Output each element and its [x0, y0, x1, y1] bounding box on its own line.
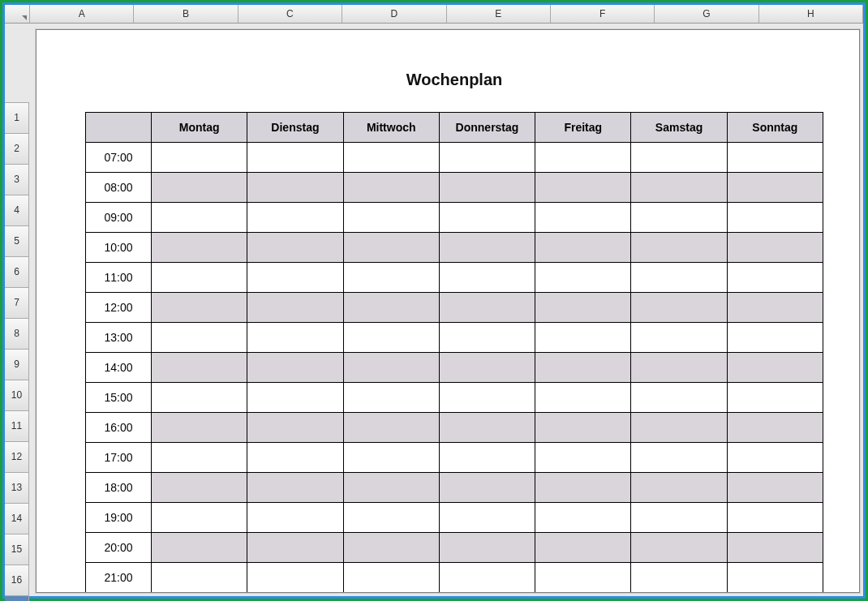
schedule-cell[interactable]: [727, 533, 823, 563]
schedule-cell[interactable]: [631, 233, 727, 263]
schedule-cell[interactable]: [247, 473, 343, 503]
time-cell[interactable]: 09:00: [86, 203, 152, 233]
time-cell[interactable]: 21:00: [86, 563, 152, 593]
schedule-cell[interactable]: [343, 263, 439, 293]
schedule-cell[interactable]: [535, 473, 631, 503]
schedule-cell[interactable]: [343, 293, 439, 323]
schedule-cell[interactable]: [343, 563, 439, 593]
col-header[interactable]: D: [342, 5, 446, 23]
schedule-cell[interactable]: [535, 263, 631, 293]
schedule-cell[interactable]: [631, 413, 727, 443]
schedule-cell[interactable]: [439, 413, 535, 443]
time-cell[interactable]: 22:00: [86, 593, 152, 594]
row-header[interactable]: 6: [5, 256, 29, 287]
time-cell[interactable]: 20:00: [86, 533, 152, 563]
schedule-cell[interactable]: [727, 413, 823, 443]
schedule-cell[interactable]: [247, 323, 343, 353]
schedule-cell[interactable]: [727, 143, 823, 173]
col-header[interactable]: F: [551, 5, 655, 23]
schedule-cell[interactable]: [631, 473, 727, 503]
schedule-cell[interactable]: [152, 503, 247, 533]
schedule-cell[interactable]: [247, 443, 343, 473]
schedule-cell[interactable]: [152, 353, 247, 383]
row-header[interactable]: 17: [5, 595, 29, 601]
schedule-cell[interactable]: [535, 443, 631, 473]
schedule-cell[interactable]: [535, 593, 631, 594]
schedule-cell[interactable]: [152, 203, 247, 233]
schedule-cell[interactable]: [535, 413, 631, 443]
schedule-cell[interactable]: [152, 413, 247, 443]
schedule-cell[interactable]: [631, 563, 727, 593]
schedule-cell[interactable]: [535, 503, 631, 533]
schedule-cell[interactable]: [535, 203, 631, 233]
schedule-cell[interactable]: [439, 233, 535, 263]
schedule-cell[interactable]: [535, 293, 631, 323]
schedule-cell[interactable]: [727, 473, 823, 503]
schedule-cell[interactable]: [152, 173, 247, 203]
row-header[interactable]: 3: [5, 164, 29, 195]
row-header[interactable]: 11: [5, 410, 29, 441]
schedule-cell[interactable]: [343, 473, 439, 503]
schedule-cell[interactable]: [247, 503, 343, 533]
schedule-cell[interactable]: [439, 143, 535, 173]
schedule-cell[interactable]: [439, 563, 535, 593]
schedule-cell[interactable]: [343, 443, 439, 473]
col-header[interactable]: C: [238, 5, 342, 23]
row-header[interactable]: 10: [5, 380, 29, 410]
schedule-cell[interactable]: [343, 173, 439, 203]
schedule-cell[interactable]: [343, 323, 439, 353]
time-cell[interactable]: 14:00: [86, 353, 152, 383]
time-cell[interactable]: 10:00: [86, 233, 152, 263]
schedule-cell[interactable]: [535, 173, 631, 203]
schedule-cell[interactable]: [343, 593, 439, 594]
time-cell[interactable]: 08:00: [86, 173, 152, 203]
schedule-cell[interactable]: [152, 143, 247, 173]
schedule-cell[interactable]: [152, 383, 247, 413]
schedule-cell[interactable]: [439, 593, 535, 594]
schedule-cell[interactable]: [535, 143, 631, 173]
schedule-cell[interactable]: [631, 503, 727, 533]
time-cell[interactable]: 13:00: [86, 323, 152, 353]
schedule-cell[interactable]: [535, 563, 631, 593]
schedule-cell[interactable]: [343, 533, 439, 563]
schedule-cell[interactable]: [439, 203, 535, 233]
schedule-cell[interactable]: [535, 533, 631, 563]
schedule-cell[interactable]: [535, 353, 631, 383]
schedule-cell[interactable]: [727, 503, 823, 533]
schedule-cell[interactable]: [631, 353, 727, 383]
schedule-cell[interactable]: [439, 383, 535, 413]
schedule-cell[interactable]: [152, 593, 247, 594]
schedule-cell[interactable]: [152, 473, 247, 503]
schedule-cell[interactable]: [343, 383, 439, 413]
schedule-cell[interactable]: [631, 443, 727, 473]
schedule-cell[interactable]: [631, 383, 727, 413]
schedule-cell[interactable]: [439, 263, 535, 293]
schedule-cell[interactable]: [247, 533, 343, 563]
schedule-cell[interactable]: [631, 323, 727, 353]
row-header[interactable]: 9: [5, 349, 29, 380]
schedule-cell[interactable]: [247, 293, 343, 323]
row-header[interactable]: 1: [5, 102, 29, 133]
row-header[interactable]: 5: [5, 225, 29, 256]
schedule-cell[interactable]: [152, 563, 247, 593]
schedule-cell[interactable]: [343, 353, 439, 383]
schedule-cell[interactable]: [247, 353, 343, 383]
schedule-cell[interactable]: [727, 173, 823, 203]
schedule-cell[interactable]: [343, 203, 439, 233]
schedule-cell[interactable]: [343, 503, 439, 533]
schedule-cell[interactable]: [631, 593, 727, 594]
schedule-cell[interactable]: [247, 203, 343, 233]
schedule-cell[interactable]: [152, 263, 247, 293]
row-header[interactable]: 12: [5, 441, 29, 472]
row-header[interactable]: 2: [5, 133, 29, 164]
schedule-cell[interactable]: [247, 383, 343, 413]
schedule-cell[interactable]: [727, 353, 823, 383]
schedule-cell[interactable]: [247, 173, 343, 203]
schedule-cell[interactable]: [439, 323, 535, 353]
schedule-cell[interactable]: [631, 293, 727, 323]
schedule-cell[interactable]: [152, 533, 247, 563]
schedule-cell[interactable]: [535, 233, 631, 263]
schedule-cell[interactable]: [631, 203, 727, 233]
row-header[interactable]: 16: [5, 565, 29, 595]
col-header[interactable]: A: [30, 5, 134, 23]
